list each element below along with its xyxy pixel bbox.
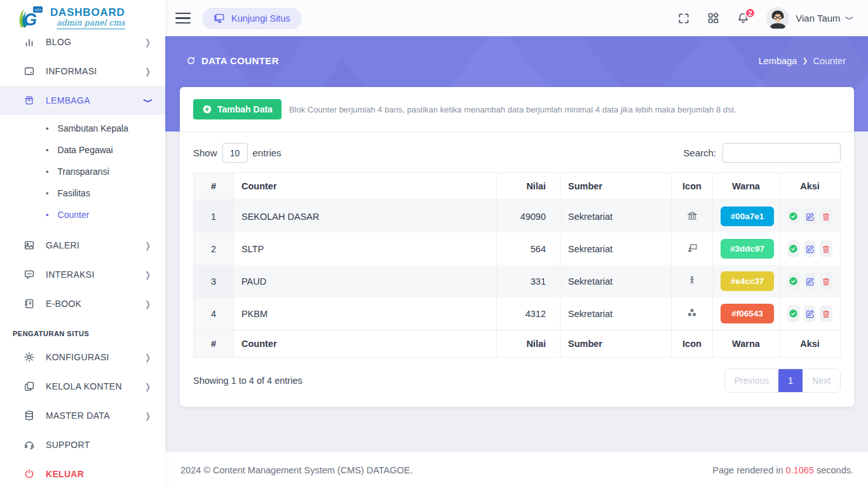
delete-button[interactable] bbox=[820, 273, 832, 290]
color-badge: #00a7e1 bbox=[721, 207, 774, 226]
sidebar-item-kelola-konten[interactable]: KELOLA KONTEN ❯ bbox=[0, 372, 165, 401]
submenu-item-transparansi[interactable]: • Transparansi bbox=[0, 161, 165, 182]
pagination-page-1[interactable]: 1 bbox=[778, 369, 803, 392]
sidebar-item-label: SUPPORT bbox=[46, 440, 90, 450]
cell-num: 2 bbox=[194, 233, 234, 265]
edit-button[interactable] bbox=[804, 305, 817, 322]
sidebar: G </> DASHBOARD admin panel cms BLOG ❯ I… bbox=[0, 0, 165, 488]
submenu-item-label: Counter bbox=[58, 210, 90, 220]
search-label: Search: bbox=[683, 147, 716, 158]
approve-button[interactable] bbox=[787, 305, 800, 322]
delete-button[interactable] bbox=[820, 240, 832, 257]
col-header-sumber[interactable]: Sumber bbox=[560, 173, 672, 200]
cubes-icon bbox=[672, 297, 713, 330]
submenu-item-label: Data Pegawai bbox=[58, 145, 113, 155]
book-icon bbox=[23, 297, 36, 310]
add-data-button[interactable]: Tambah Data bbox=[193, 99, 281, 119]
sidebar-item-support[interactable]: SUPPORT bbox=[0, 430, 165, 459]
col-header-warna[interactable]: Warna bbox=[713, 173, 780, 200]
counter-table: # Counter Nilai Sumber Icon Warna Aksi 1 bbox=[193, 172, 841, 358]
approve-button[interactable] bbox=[787, 208, 800, 225]
col-header-nilai[interactable]: Nilai bbox=[497, 173, 560, 200]
edit-button[interactable] bbox=[804, 273, 817, 290]
delete-button[interactable] bbox=[820, 208, 832, 225]
chevron-right-icon: ❯ bbox=[802, 57, 808, 65]
brand-logo-icon: G </> bbox=[15, 5, 44, 32]
cell-nilai: 331 bbox=[497, 265, 560, 297]
page-length-select[interactable]: 10 bbox=[222, 143, 248, 163]
submenu-item-label: Fasilitas bbox=[58, 188, 90, 198]
approve-button[interactable] bbox=[787, 273, 800, 290]
submenu-item-sambutan-kepala[interactable]: • Sambutan Kepala bbox=[0, 118, 165, 139]
submenu-item-fasilitas[interactable]: • Fasilitas bbox=[0, 182, 165, 204]
visit-site-button[interactable]: Kunjungi Situs bbox=[202, 8, 302, 29]
pagination-previous[interactable]: Previous bbox=[725, 369, 778, 392]
col-footer-counter: Counter bbox=[234, 330, 497, 358]
entries-label: entries bbox=[253, 147, 281, 158]
monitor-icon bbox=[214, 13, 225, 24]
brand-title: DASHBOARD bbox=[50, 7, 125, 18]
sidebar-item-master-data[interactable]: MASTER DATA ❯ bbox=[0, 401, 165, 430]
col-footer-icon: Icon bbox=[672, 330, 713, 358]
sidebar-item-interaksi[interactable]: INTERAKSI ❯ bbox=[0, 260, 165, 289]
sidebar-item-lembaga[interactable]: LEMBAGA ❯ bbox=[0, 86, 165, 115]
user-menu[interactable]: Vian Taum ❯ bbox=[766, 7, 852, 30]
col-header-num[interactable]: # bbox=[194, 173, 234, 200]
chevron-right-icon: ❯ bbox=[146, 381, 151, 391]
cell-sumber: Sekretariat bbox=[560, 265, 672, 297]
submenu-item-label: Transparansi bbox=[58, 166, 109, 177]
plus-circle-icon bbox=[202, 104, 212, 114]
visit-site-label: Kunjungi Situs bbox=[231, 13, 290, 24]
col-footer-nilai: Nilai bbox=[497, 330, 560, 358]
sidebar-item-informasi[interactable]: INFORMASI ❯ bbox=[0, 57, 165, 86]
col-footer-num: # bbox=[194, 330, 234, 358]
color-badge: #f06543 bbox=[721, 304, 774, 323]
notifications-bell-icon[interactable]: 2 bbox=[736, 11, 750, 25]
sidebar-item-keluar[interactable]: KELUAR bbox=[0, 459, 165, 488]
user-name: Vian Taum bbox=[796, 13, 840, 24]
col-header-counter[interactable]: Counter bbox=[234, 173, 497, 200]
search-input[interactable] bbox=[722, 143, 841, 163]
svg-text:</>: </> bbox=[34, 7, 41, 13]
approve-button[interactable] bbox=[787, 240, 800, 257]
chevron-right-icon: ❯ bbox=[146, 240, 151, 250]
page-title-text: DATA COUNTER bbox=[201, 55, 279, 66]
sidebar-item-label: GALERI bbox=[46, 240, 79, 250]
table-row: 4 PKBM 4312 Sekretariat #f06543 bbox=[194, 297, 841, 330]
edit-button[interactable] bbox=[804, 240, 817, 257]
sidebar-item-galeri[interactable]: GALERI ❯ bbox=[0, 231, 165, 260]
gear-icon bbox=[23, 351, 36, 363]
bullet-icon: • bbox=[46, 189, 49, 198]
sidebar-item-label: KELOLA KONTEN bbox=[46, 381, 122, 391]
table-row: 2 SLTP 564 Sekretariat #3ddc97 bbox=[194, 233, 841, 265]
bullet-icon: • bbox=[46, 124, 49, 133]
table-row: 3 PAUD 331 Sekretariat #e4cc37 bbox=[194, 265, 841, 297]
brand[interactable]: G </> DASHBOARD admin panel cms bbox=[0, 0, 165, 36]
avatar bbox=[766, 7, 789, 30]
sidebar-item-konfigurasi[interactable]: KONFIGURASI ❯ bbox=[0, 342, 165, 372]
svg-text:G: G bbox=[24, 10, 37, 29]
submenu-item-counter[interactable]: • Counter bbox=[0, 204, 165, 226]
apps-grid-icon[interactable] bbox=[707, 11, 720, 25]
brand-subtitle: admin panel cms bbox=[57, 19, 125, 29]
col-header-aksi[interactable]: Aksi bbox=[780, 173, 841, 200]
submenu-item-data-pegawai[interactable]: • Data Pegawai bbox=[0, 139, 165, 161]
sidebar-item-ebook[interactable]: E-BOOK ❯ bbox=[0, 289, 165, 318]
pagination-next[interactable]: Next bbox=[803, 369, 840, 392]
edit-button[interactable] bbox=[804, 208, 817, 225]
sidebar-item-label: KELUAR bbox=[46, 469, 84, 479]
hamburger-menu-icon[interactable] bbox=[175, 13, 191, 24]
chalkboard-teacher-icon bbox=[672, 233, 713, 265]
submenu-item-label: Sambutan Kepala bbox=[58, 123, 128, 133]
col-header-icon[interactable]: Icon bbox=[672, 173, 713, 200]
cell-counter: PKBM bbox=[234, 297, 497, 330]
cell-nilai: 564 bbox=[497, 233, 560, 265]
archive-icon bbox=[23, 94, 36, 107]
fullscreen-icon[interactable] bbox=[677, 12, 690, 25]
sidebar-item-label: KONFIGURASI bbox=[46, 352, 109, 362]
delete-button[interactable] bbox=[820, 305, 832, 322]
sidebar-item-label: BLOG bbox=[46, 37, 71, 47]
breadcrumb-parent[interactable]: Lembaga bbox=[759, 56, 797, 66]
content: Tambah Data Blok Counter berjumlah 4 bar… bbox=[165, 87, 868, 451]
sidebar-item-label: INTERAKSI bbox=[46, 269, 95, 280]
